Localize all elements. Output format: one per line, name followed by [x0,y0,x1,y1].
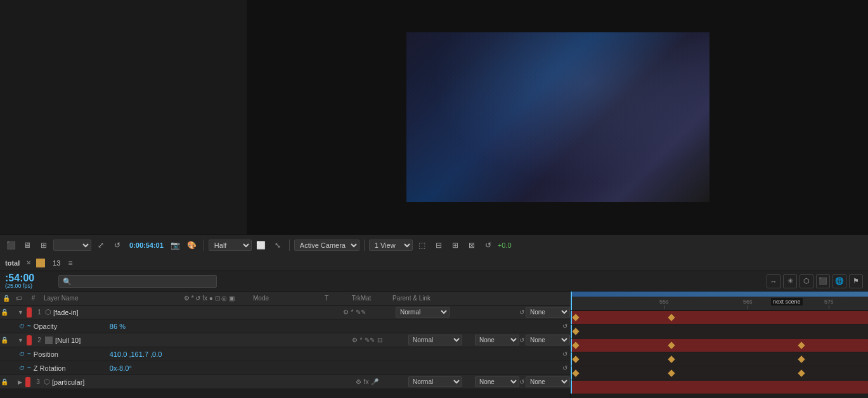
current-time: :54:00 [5,273,49,284]
solo-btn[interactable]: ⚙ [355,378,362,385]
layer-row[interactable]: 🔒 ▼ 2 [Null 10] ⚙ * ✎ ⊡ Normal Non [0,333,570,347]
col-header-num: # [25,295,41,302]
next-scene-label: next scene [771,298,803,305]
color-btn[interactable]: 🎨 [185,238,199,252]
keyframe-zrot-3[interactable] [798,369,805,376]
layer-expand-btn[interactable]: ▼ [18,309,23,316]
expand-btn[interactable]: ⤡ [271,238,285,252]
comp-name: total [5,259,20,267]
parent-pick-btn[interactable]: ↔ [767,274,781,288]
monitor-btn[interactable]: 🖥 [20,238,34,252]
pen-btn[interactable]: ✎ [355,309,366,316]
layer-expand-btn[interactable]: ▼ [18,337,23,343]
solo-btn[interactable]: ⚙ [351,337,358,343]
layer-number: 3 [32,378,44,385]
prop-value[interactable]: 86 % [110,323,126,330]
mic-btn[interactable]: 🎤 [370,378,379,385]
keyframe-zrot-1[interactable] [572,369,579,376]
layer-search[interactable] [58,275,217,288]
divider-3 [364,240,365,251]
layer-icons: ⚙ * ✎ ⊡ [326,337,408,343]
earth-btn[interactable]: 🌐 [832,274,846,288]
layer-mode-select[interactable]: Normal [408,335,462,345]
menu-btn[interactable]: ≡ [68,259,72,267]
col-header-t: T [320,295,333,302]
trkmat-select[interactable]: None [475,376,519,387]
fit-btn[interactable]: ⤢ [94,238,108,252]
starburst-btn[interactable]: ✳ [783,274,797,288]
quality-select[interactable]: Half Full Quarter [209,240,252,251]
layer-name: [fade-in] [53,309,313,316]
layer-row[interactable]: 🔒 ▼ 1 ⬡ [fade-in] ⚙ * ✎ Normal ↺ [0,305,570,319]
snapshot-btn[interactable]: 📷 [169,238,183,252]
trkmat-select[interactable]: None [475,335,519,345]
layer-list: 🔒 🏷 # Layer Name ⚙ * ↺ fx ● ⊡ ◎ ▣ Mode T… [0,292,571,398]
tick-label: 57s [824,298,834,305]
grid-btn[interactable]: ⊞ [37,238,51,252]
keyframe-zrot-2[interactable] [668,369,675,376]
view-icon-btn2[interactable]: ⊟ [432,238,446,252]
collapse-btn[interactable]: * [360,337,363,343]
region-btn[interactable]: ⬜ [254,238,268,252]
playhead-track2 [571,338,572,352]
comp-color-icon [36,259,45,267]
timeline-duration-bar [571,292,868,297]
layer-number: 2 [34,337,45,343]
layer-color-bar [27,335,32,345]
prop-value[interactable]: 410.0 ,161.7 ,0.0 [110,350,162,358]
divider-2 [289,240,290,251]
parent-select[interactable]: None [526,335,570,345]
layer-lock-icon[interactable]: 🔒 [0,378,9,385]
layer-row[interactable]: 🔒 ▶ 3 ⬡ [particular] ⚙ fx 🎤 Normal None [0,375,570,389]
col-header-mode: Mode [250,295,320,302]
keyframe-pos-3[interactable] [798,356,805,363]
track-row-zrotation [571,366,868,380]
parent-select[interactable]: None [526,307,570,318]
stopwatch-icon[interactable]: ⏱ [19,323,25,330]
timeline-section: total ✕ 13 ≡ :54:00 (25.00 fps) ↔ ✳ ⬡ ⬛ … [0,255,868,398]
layer-lock-icon[interactable]: 🔒 [0,309,9,316]
view-icon-btn5[interactable]: ↺ [481,238,495,252]
layer-icons: ⚙ * ✎ [313,309,396,316]
track-bar-fadein [571,311,868,324]
prop-name-label: Opacity [34,323,110,330]
left-panel [0,0,247,234]
divider-1 [204,240,204,251]
view-icon-btn3[interactable]: ⊞ [448,238,462,252]
marker-btn[interactable]: ⚑ [849,274,863,288]
keyframe-opacity-1[interactable] [572,328,579,335]
playhead-track3 [571,380,572,394]
layer-name: [particular] [52,378,326,386]
prop-value[interactable]: 0x-8.0° [110,364,132,372]
pen-btn[interactable]: ✎ [364,337,375,343]
draft-btn[interactable]: ⬡ [800,274,813,288]
layer-mode-select[interactable]: Normal [408,376,462,387]
view-icon-btn4[interactable]: ⊠ [465,238,479,252]
loop-btn[interactable]: ↺ [110,238,124,252]
stopwatch-icon[interactable]: ⏱ [19,351,25,357]
collapse-btn[interactable]: * [351,309,354,316]
playhead-track1 [571,311,572,324]
solo-btn[interactable]: ⚙ [342,309,349,316]
render-btn[interactable]: ⬛ [816,274,830,288]
parent-select[interactable]: None [526,376,570,387]
view-select[interactable]: 1 View 2 Views 4 Views [369,240,413,251]
fps-label: (25.00 fps) [5,283,49,290]
ruler-tick-57: 57s [824,297,834,309]
3d-btn[interactable]: ⊡ [377,337,383,343]
layer-lock-icon[interactable]: 🔒 [0,337,9,343]
comp-btn[interactable]: ⬛ [4,238,18,252]
zoom-select[interactable]: 25% [53,240,91,251]
timeline-controls: :54:00 (25.00 fps) ↔ ✳ ⬡ ⬛ 🌐 ⚑ [0,271,868,292]
camera-select[interactable]: Active Camera [294,240,360,251]
graph-icon: ~ [27,350,31,357]
layer-expand-btn[interactable]: ▶ [18,379,22,385]
keyframe-pos-2[interactable] [668,356,675,363]
keyframe-pos-1[interactable] [572,356,579,363]
layer-icons: ⚙ fx 🎤 [326,378,408,385]
fx-btn[interactable]: fx [363,378,370,385]
stopwatch-icon[interactable]: ⏱ [19,365,25,371]
close-comp-btn[interactable]: ✕ [26,259,31,266]
layer-mode-select[interactable]: Normal [396,307,450,318]
view-icon-btn[interactable]: ⬚ [415,238,429,252]
